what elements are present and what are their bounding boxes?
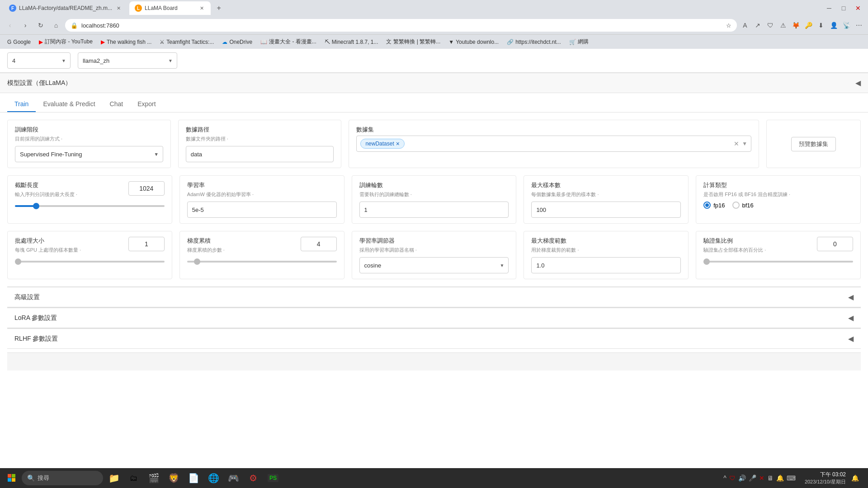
- taskbar-app-explorer[interactable]: 📁: [106, 470, 122, 486]
- settings-icon[interactable]: ⋯: [854, 20, 864, 31]
- taskbar-app-game[interactable]: 🎮: [225, 470, 241, 486]
- maximize-btn[interactable]: □: [837, 2, 850, 14]
- lora-settings-header[interactable]: LoRA 參數設置 ◀: [7, 308, 861, 328]
- lr-input[interactable]: 5e-5: [187, 202, 337, 218]
- download-icon[interactable]: ⬇: [816, 20, 826, 31]
- x-icon[interactable]: ✕: [759, 474, 764, 482]
- max-samples-input[interactable]: 100: [531, 202, 681, 218]
- close-btn[interactable]: ✕: [852, 2, 864, 14]
- taskbar-app-media[interactable]: 🎬: [146, 470, 162, 486]
- show-desktop-btn[interactable]: [861, 468, 864, 488]
- taskbar-app-browser[interactable]: 🌐: [205, 470, 222, 486]
- translate-icon[interactable]: A: [740, 20, 750, 31]
- tab-evaluate[interactable]: Evaluate & Predict: [36, 97, 102, 112]
- bf16-radio-btn[interactable]: [732, 202, 740, 209]
- bookmark-itechdct[interactable]: 🔗 https://itechdct.nt...: [503, 38, 565, 46]
- tab-2-close[interactable]: ✕: [198, 5, 205, 12]
- tab-1-close[interactable]: ✕: [115, 5, 122, 12]
- warning-icon[interactable]: ⚠: [778, 20, 788, 31]
- tab-chat[interactable]: Chat: [103, 97, 131, 112]
- dataset-clear-icon[interactable]: ✕: [734, 140, 739, 147]
- shield-icon[interactable]: 🛡: [765, 20, 776, 31]
- volume-icon[interactable]: 🔊: [738, 474, 746, 482]
- tab-1[interactable]: F LLaMA-Factory/data/README_zh.m... ✕: [4, 1, 127, 15]
- windows-logo-icon: [8, 474, 16, 482]
- bookmark-google-label: Google: [13, 39, 31, 45]
- dataset-tags-container[interactable]: newDataset × ✕ ▼: [356, 136, 751, 152]
- fp16-radio-label[interactable]: fp16: [703, 202, 725, 209]
- fp16-radio-btn[interactable]: [703, 202, 711, 209]
- bookmark-teamfight[interactable]: ⚔ Teamfight Tactics:...: [156, 38, 217, 46]
- max-grad-norm-input[interactable]: 1.0: [531, 257, 681, 273]
- reload-button[interactable]: ↻: [34, 19, 47, 32]
- taskbar-app-terminal[interactable]: PS: [265, 470, 281, 486]
- bookmark-manga[interactable]: 📖 漫畫大全 - 看漫畫...: [257, 37, 320, 47]
- tab-2[interactable]: L LLaMA Board ✕: [129, 1, 211, 15]
- dataset-dropdown-icon[interactable]: ▼: [742, 141, 747, 147]
- cast-icon[interactable]: 📡: [841, 20, 852, 31]
- taskbar-search[interactable]: 🔍 搜尋: [22, 471, 103, 485]
- keyboard-icon[interactable]: ⌨: [787, 474, 796, 482]
- epochs-cell: 訓練輪數 需要執行的訓練總輪數 · 1: [352, 175, 517, 224]
- rlhf-settings-header[interactable]: RLHF 參數設置 ◀: [7, 328, 861, 349]
- bookmark-minecraft[interactable]: ⛏ Minecraft 1.8.7, 1...: [321, 38, 382, 46]
- mic-icon[interactable]: 🎤: [749, 474, 756, 482]
- grad-accum-sublabel: 梯度累積的步數 ·: [187, 247, 225, 253]
- share-icon[interactable]: ↗: [752, 20, 763, 31]
- advanced-settings-header[interactable]: 高級設置 ◀: [7, 287, 861, 307]
- taskbar-app-brave[interactable]: 🦁: [165, 470, 182, 486]
- forward-button[interactable]: ›: [19, 19, 32, 32]
- preview-dataset-button[interactable]: 預覽數據集: [791, 137, 836, 151]
- model-settings-header[interactable]: 模型設置（僅LLaMA） ◀: [0, 73, 868, 93]
- data-path-input[interactable]: data: [186, 146, 334, 162]
- bookmark-google[interactable]: G Google: [4, 38, 34, 46]
- taskbar-app-docs[interactable]: 📄: [185, 470, 202, 486]
- tab-export[interactable]: Export: [130, 97, 163, 112]
- bookmark-onedrive[interactable]: ☁ OneDrive: [218, 38, 256, 46]
- bookmark-ytdl[interactable]: ▼ Youtube downlo...: [445, 38, 502, 46]
- dataset-label: 數據集: [356, 126, 751, 134]
- epochs-input[interactable]: 1: [359, 202, 509, 218]
- address-bar[interactable]: 🔒 localhost:7860 ☆: [65, 19, 737, 32]
- grad-accum-slider[interactable]: [187, 261, 337, 263]
- onedrive-icon: ☁: [222, 39, 227, 45]
- stage-select[interactable]: Supervised Fine-Tuning Pre-Training RLHF: [15, 146, 163, 162]
- toolbar-icons: A ↗ 🛡 ⚠ 🦊 🔑 ⬇ 👤 📡 ⋯: [740, 20, 864, 31]
- taskbar-clock[interactable]: 下午 03:02 2023/12/10/星期日: [801, 471, 849, 485]
- bookmark-onedrive-label: OneDrive: [229, 39, 252, 45]
- bookmark-star-icon[interactable]: ☆: [726, 22, 731, 29]
- back-button[interactable]: ‹: [4, 19, 16, 32]
- bookmark-youtube[interactable]: ▶ 訂閱內容 - YouTube: [35, 37, 96, 47]
- sound-icon[interactable]: 🔔: [776, 474, 784, 482]
- bookmark-walking-fish[interactable]: ▶ The walking fish ...: [97, 38, 155, 46]
- svg-rect-3: [12, 478, 15, 482]
- dropdown1-select[interactable]: 4 8 16: [7, 52, 71, 69]
- cutoff-slider[interactable]: [15, 205, 165, 207]
- batch-size-slider[interactable]: [15, 261, 165, 263]
- bookmark-convert[interactable]: 文 繁繁轉換 | 繁繁轉...: [382, 37, 444, 47]
- tab-train[interactable]: Train: [7, 97, 36, 112]
- lr-scheduler-select[interactable]: cosine linear constant: [359, 257, 509, 273]
- start-button[interactable]: [4, 470, 20, 486]
- minimize-btn[interactable]: ─: [823, 2, 835, 14]
- bitwarden-icon[interactable]: 🔑: [803, 20, 814, 31]
- home-button[interactable]: ⌂: [50, 19, 62, 32]
- taskbar-app-settings[interactable]: ⚙: [245, 470, 261, 486]
- dataset-tag-close-icon[interactable]: ×: [396, 140, 400, 147]
- teamfight-icon: ⚔: [160, 39, 165, 45]
- network-icon[interactable]: 🖥: [767, 474, 774, 482]
- bf16-label: bf16: [742, 202, 754, 209]
- extension-icon[interactable]: 🦊: [790, 20, 801, 31]
- antivirus-icon[interactable]: 🛡: [729, 474, 736, 482]
- val-ratio-slider[interactable]: [703, 261, 853, 263]
- max-grad-norm-sublabel: 用於梯度裁剪的範數 ·: [531, 247, 681, 253]
- dropdown2-select[interactable]: llama2_zh llama2: [78, 52, 177, 69]
- caret-up-icon[interactable]: ^: [723, 474, 726, 482]
- profile-icon[interactable]: 👤: [828, 20, 839, 31]
- notification-icon[interactable]: 🔔: [851, 474, 859, 482]
- dataset-tag-label: newDataset: [365, 141, 394, 147]
- taskbar-app-files[interactable]: 🗂: [126, 470, 142, 486]
- bookmark-shopping[interactable]: 🛒 網購: [566, 37, 592, 47]
- bf16-radio-label[interactable]: bf16: [732, 202, 754, 209]
- new-tab-button[interactable]: +: [212, 2, 225, 14]
